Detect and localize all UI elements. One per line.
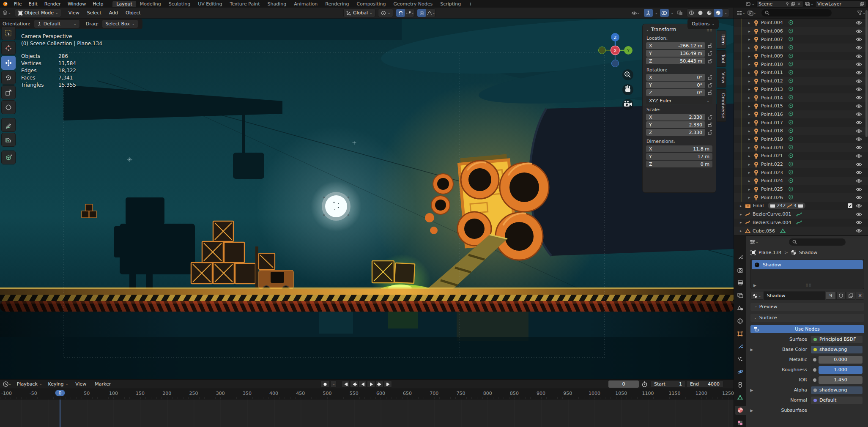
outliner-scrollbar[interactable] (865, 10, 868, 137)
transform-scale-x-field[interactable]: X2.330 (646, 114, 705, 120)
hide-eye-icon[interactable] (856, 187, 862, 192)
shading-dropdown[interactable]: ⌄ (723, 11, 729, 15)
material-browse-dropdown[interactable]: ⌄ (750, 292, 763, 300)
properties-tab-material[interactable] (735, 406, 746, 415)
transform-location-z-field[interactable]: Z50.443 m (646, 57, 705, 64)
properties-tab-texture[interactable] (735, 419, 746, 427)
disclosure-triangle-icon[interactable]: ▸ (748, 120, 753, 125)
properties-tab-physics[interactable] (735, 367, 746, 376)
properties-tab-modifiers[interactable] (735, 342, 746, 351)
auto-keying-record-button[interactable] (320, 380, 330, 388)
workspace-tab-sculpting[interactable]: Sculpting (165, 1, 194, 7)
tool-measure-button[interactable] (1, 133, 16, 147)
slot-grip-icon[interactable]: ⠿⠿ (805, 283, 812, 287)
disclosure-triangle-icon[interactable]: ▸ (748, 170, 753, 175)
xray-toggle-icon[interactable] (676, 9, 685, 17)
gizmo-axis-z[interactable]: Z (611, 33, 619, 41)
outliner-row-point.025[interactable]: ▸Point.025 (734, 185, 868, 194)
camera-view-button[interactable] (622, 99, 633, 110)
workspace-tab-geometry-nodes[interactable]: Geometry Nodes (389, 1, 436, 7)
property-value-field[interactable]: 1.000 (819, 366, 863, 374)
lock-open-icon[interactable] (707, 43, 712, 48)
hide-eye-icon[interactable] (856, 120, 862, 125)
hide-eye-icon[interactable] (856, 162, 862, 167)
panel-collapse-icon[interactable]: ⌄ (646, 28, 649, 32)
hide-eye-icon[interactable] (856, 54, 862, 58)
surface-section-header[interactable]: ⌄ Surface (750, 314, 864, 322)
gizmo-axis-y[interactable]: Y (624, 46, 633, 55)
add-workspace-button[interactable]: + (465, 1, 476, 7)
hide-eye-icon[interactable] (856, 87, 862, 91)
tool-tweak-select-button[interactable] (1, 26, 16, 40)
property-value-field[interactable]: shadow.png (811, 386, 863, 394)
property-value-field[interactable]: Principled BSDF (811, 336, 863, 343)
start-frame-field[interactable]: Start1 (650, 380, 686, 388)
outliner-row-point.023[interactable]: ▸Point.023 (734, 168, 868, 177)
orientation-setting-dropdown[interactable]: Default ⌄ (34, 19, 80, 28)
hide-eye-icon[interactable] (856, 29, 862, 33)
auto-keying-dropdown[interactable]: ⌄ (331, 380, 337, 388)
properties-tab-constraints[interactable] (735, 380, 746, 389)
outliner-row-point.019[interactable]: ▸Point.019 (734, 135, 868, 144)
outliner-row-point.009[interactable]: ▸Point.009 (734, 52, 868, 60)
disclosure-triangle-icon[interactable]: ▸ (748, 21, 753, 25)
hide-eye-icon[interactable] (856, 71, 862, 75)
fake-user-shield-icon[interactable] (836, 292, 846, 300)
preview-section-header[interactable]: ⌄ Preview (750, 303, 864, 311)
tool-cursor-button[interactable] (1, 41, 16, 55)
tool-annotate-button[interactable] (1, 118, 16, 132)
timeline-track-area[interactable] (0, 400, 734, 427)
breadcrumb-material[interactable]: Shadow (799, 250, 817, 255)
properties-tab-data[interactable] (735, 393, 746, 402)
property-value-field[interactable]: 1.450 (819, 376, 863, 384)
lock-open-icon[interactable] (707, 75, 712, 80)
disclosure-triangle-icon[interactable]: ▸ (748, 54, 753, 58)
playhead[interactable]: 0 (55, 390, 65, 396)
expand-arrow-icon[interactable]: ▶ (746, 408, 757, 413)
viewport-menu-view[interactable]: View (65, 10, 83, 16)
property-value-field[interactable]: shadow.png (811, 346, 863, 353)
properties-tab-output[interactable] (735, 278, 746, 287)
transform-rotation-x-field[interactable]: X0° (646, 74, 705, 81)
zoom-button[interactable] (622, 69, 633, 80)
proportional-edit-icon[interactable] (417, 9, 426, 17)
lock-open-icon[interactable] (707, 130, 712, 135)
tool-add-cube-button[interactable] (1, 151, 16, 164)
disclosure-triangle-icon[interactable]: ▸ (748, 112, 753, 116)
disclosure-triangle-icon[interactable]: ▸ (748, 162, 753, 167)
properties-tab-tool[interactable] (735, 253, 746, 262)
transform-dimensions-y-field[interactable]: Y17 m (646, 153, 712, 160)
transform-orientation-dropdown[interactable]: Global ⌄ (343, 8, 375, 17)
viewport-menu-object[interactable]: Object (122, 10, 145, 16)
workspace-tab-rendering[interactable]: Rendering (321, 1, 353, 7)
gizmo-axis-z-neg[interactable] (612, 60, 619, 67)
outliner-row-point.020[interactable]: ▸Point.020 (734, 143, 868, 152)
outliner-row-point.024[interactable]: ▸Point.024 (734, 177, 868, 185)
copy-icon[interactable] (791, 2, 795, 6)
expand-arrow-icon[interactable]: ▶ (746, 348, 757, 352)
viewport-menu-add[interactable]: Add (105, 10, 122, 16)
outliner-row-point.011[interactable]: ▸Point.011 (734, 68, 868, 77)
scene-datablock-icon[interactable]: ⌄ (746, 2, 755, 6)
hide-eye-icon[interactable] (856, 62, 862, 66)
pan-hand-button[interactable] (622, 84, 633, 95)
play-button[interactable] (367, 380, 375, 388)
disclosure-triangle-icon[interactable]: ▸ (748, 145, 753, 150)
disclosure-triangle-icon[interactable]: ▸ (748, 62, 753, 66)
timeline-menu-view[interactable]: View (71, 381, 90, 387)
topbar-menu-edit[interactable]: Edit (25, 1, 41, 7)
topbar-menu-render[interactable]: Render (41, 1, 64, 7)
disclosure-triangle-icon[interactable]: ▸ (748, 179, 753, 183)
hide-eye-icon[interactable] (856, 212, 862, 216)
collection-checkbox[interactable] (847, 203, 853, 208)
current-frame-field[interactable]: 0 (608, 380, 639, 388)
outliner-display-mode-dropdown[interactable]: ⌄ (737, 11, 745, 16)
hide-eye-icon[interactable] (856, 129, 862, 133)
drag-setting-dropdown[interactable]: Select Box ⌄ (102, 19, 138, 28)
next-keyframe-button[interactable] (375, 380, 383, 388)
disclosure-triangle-icon[interactable]: ▸ (748, 104, 753, 108)
transform-location-y-field[interactable]: Y136.49 m (646, 50, 705, 57)
gizmo-axis-x[interactable]: X (611, 46, 620, 55)
scene-field[interactable]: Scene ✕ (756, 0, 803, 8)
properties-tab-particles[interactable] (735, 355, 746, 364)
